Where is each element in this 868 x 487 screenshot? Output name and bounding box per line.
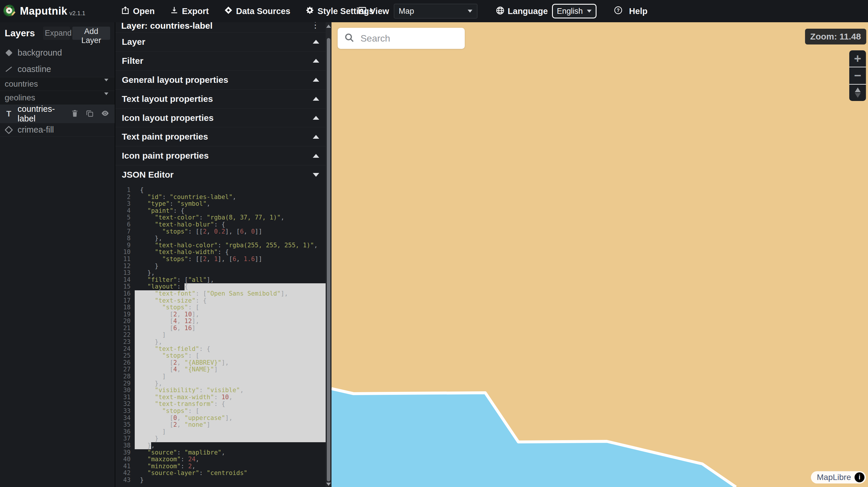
- data-sources-button[interactable]: Data Sources: [224, 6, 290, 17]
- view-select[interactable]: Map: [394, 4, 477, 19]
- code-line[interactable]: 22 ]: [115, 332, 326, 338]
- section-icon-layout-properties[interactable]: Icon layout properties: [115, 108, 326, 127]
- code-line[interactable]: 8 },: [115, 235, 326, 242]
- section-layer[interactable]: Layer: [115, 32, 326, 51]
- code-line[interactable]: 37 }: [115, 435, 326, 442]
- code-line[interactable]: 28 ]: [115, 373, 326, 380]
- code-line[interactable]: 18 "stops": [: [115, 304, 326, 311]
- help-button[interactable]: ? Help: [614, 6, 648, 17]
- expand-arrow-icon[interactable]: [313, 116, 319, 120]
- scrollbar-thumb[interactable]: [327, 38, 330, 481]
- layer-list-item-background[interactable]: background: [0, 44, 115, 61]
- code-line[interactable]: 32 "text-transform": {: [115, 401, 326, 408]
- code-line[interactable]: 16 "text-font": ["Open Sans Semibold"],: [115, 290, 326, 297]
- code-line[interactable]: 11 "stops": [[2, 1], [6, 1.6]]: [115, 256, 326, 263]
- expand-button[interactable]: Expand: [43, 27, 70, 40]
- section-general-layout-properties[interactable]: General layout properties: [115, 70, 326, 89]
- code-line[interactable]: 40 "maxzoom": 24,: [115, 456, 326, 463]
- search-input[interactable]: [360, 33, 449, 44]
- editor-scrollbar[interactable]: [326, 22, 332, 487]
- section-text-paint-properties[interactable]: Text paint properties: [115, 127, 326, 146]
- layer-group-geolines[interactable]: geolines: [0, 91, 115, 104]
- code-line[interactable]: 12 }: [115, 263, 326, 270]
- code-line[interactable]: 27 [4, "{NAME}"]: [115, 366, 326, 373]
- code-line[interactable]: 41 "minzoom": 2,: [115, 463, 326, 470]
- code-line[interactable]: 19 [2, 10],: [115, 311, 326, 318]
- code-line[interactable]: 13 },: [115, 269, 326, 277]
- code-line[interactable]: 6 "text-halo-blur": {: [115, 221, 326, 228]
- layer-list-item-countries-label[interactable]: Tcountries-label: [0, 104, 115, 123]
- code-line[interactable]: 34 [0, "uppercase"],: [115, 415, 326, 422]
- expand-arrow-icon[interactable]: [313, 154, 319, 158]
- code-line[interactable]: 7 "stops": [[2, 0.2], [6, 0]]: [115, 228, 326, 235]
- code-line[interactable]: 9 "text-halo-color": "rgba(255, 255, 255…: [115, 242, 326, 249]
- code-line[interactable]: 21 [6, 16]: [115, 325, 326, 332]
- code-line[interactable]: 43}: [115, 477, 326, 484]
- line-number: 11: [115, 256, 135, 263]
- expand-arrow-icon[interactable]: [313, 78, 319, 82]
- line-number: 6: [115, 221, 135, 228]
- map-search-box[interactable]: [338, 28, 465, 49]
- compass-button[interactable]: [849, 84, 866, 101]
- code-line[interactable]: 38 },: [115, 442, 326, 449]
- visibility-icon[interactable]: [101, 109, 110, 119]
- code-line[interactable]: 33 "stops": [: [115, 408, 326, 415]
- collapse-arrow-icon[interactable]: [313, 173, 319, 177]
- code-line[interactable]: 30 "visibility": "visible",: [115, 387, 326, 394]
- code-line[interactable]: 23 },: [115, 338, 326, 346]
- line-number: 42: [115, 470, 135, 477]
- code-line[interactable]: 29 },: [115, 380, 326, 387]
- code-line[interactable]: 1{: [115, 187, 326, 194]
- language-select[interactable]: English: [552, 4, 597, 19]
- zoom-in-button[interactable]: +: [849, 50, 866, 67]
- chevron-down-icon[interactable]: [104, 82, 110, 87]
- attribution-info-icon[interactable]: i: [855, 473, 865, 482]
- line-number: 10: [115, 249, 135, 256]
- open-button[interactable]: Open: [121, 6, 155, 17]
- expand-arrow-icon[interactable]: [313, 59, 319, 63]
- code-line[interactable]: 14 "filter": ["all"],: [115, 277, 326, 284]
- code-line[interactable]: 31 "text-max-width": 10,: [115, 394, 326, 401]
- delete-icon[interactable]: [71, 109, 79, 119]
- json-code-editor[interactable]: 1{2 "id": "countries-label",3 "type": "s…: [115, 184, 326, 487]
- app-version: v2.1.1: [69, 10, 85, 17]
- section-label: Text layout properties: [122, 94, 213, 104]
- section-json-editor[interactable]: JSON Editor: [115, 165, 326, 184]
- code-line[interactable]: 2 "id": "countries-label",: [115, 194, 326, 201]
- code-line[interactable]: 25 "stops": [: [115, 352, 326, 359]
- code-line[interactable]: 24 "text-field": {: [115, 346, 326, 353]
- section-text-layout-properties[interactable]: Text layout properties: [115, 89, 326, 108]
- code-line[interactable]: 4 "paint": {: [115, 207, 326, 215]
- code-line[interactable]: 35 [2, "none"]: [115, 421, 326, 428]
- main-menu: Open Export Data Sources: [121, 0, 374, 22]
- scroll-up-arrow-icon[interactable]: [326, 25, 331, 28]
- layer-list-item-coastline[interactable]: coastline: [0, 61, 115, 77]
- section-filter[interactable]: Filter: [115, 51, 326, 70]
- section-icon-paint-properties[interactable]: Icon paint properties: [115, 146, 326, 165]
- layer-list-item-crimea-fill[interactable]: crimea-fill: [0, 123, 115, 137]
- expand-arrow-icon[interactable]: [313, 135, 319, 139]
- code-line[interactable]: 36 ]: [115, 428, 326, 435]
- code-line[interactable]: 20 [4, 12],: [115, 318, 326, 325]
- layer-menu-kebab-icon[interactable]: ⋮: [311, 22, 320, 29]
- add-layer-button[interactable]: Add Layer: [72, 27, 110, 40]
- code-line[interactable]: 10 "text-halo-width": {: [115, 249, 326, 256]
- layer-group-countries[interactable]: countries: [0, 77, 115, 91]
- attribution-link[interactable]: MapLibre: [817, 473, 851, 482]
- duplicate-icon[interactable]: [86, 109, 94, 119]
- expand-arrow-icon[interactable]: [313, 97, 319, 101]
- code-line[interactable]: 15 "layout": {: [115, 283, 326, 290]
- chevron-down-icon[interactable]: [104, 95, 110, 100]
- zoom-out-button[interactable]: −: [849, 67, 866, 84]
- map-canvas[interactable]: Zoom: 11.48 + − MapLibre i: [332, 22, 868, 487]
- code-line[interactable]: 3 "type": "symbol",: [115, 200, 326, 207]
- code-line[interactable]: 42 "source-layer": "centroids": [115, 470, 326, 477]
- expand-arrow-icon[interactable]: [313, 40, 319, 43]
- export-button[interactable]: Export: [170, 6, 209, 17]
- scroll-down-arrow-icon[interactable]: [326, 483, 331, 486]
- code-line[interactable]: 5 "text-color": "rgba(8, 37, 77, 1)",: [115, 214, 326, 221]
- layers-sidebar: Layers Expand Add Layer backgroundcoastl…: [0, 22, 115, 487]
- code-line[interactable]: 39 "source": "maplibre",: [115, 449, 326, 456]
- code-line[interactable]: 17 "text-size": {: [115, 297, 326, 304]
- code-line[interactable]: 26 [2, "{ABBREV}"],: [115, 359, 326, 366]
